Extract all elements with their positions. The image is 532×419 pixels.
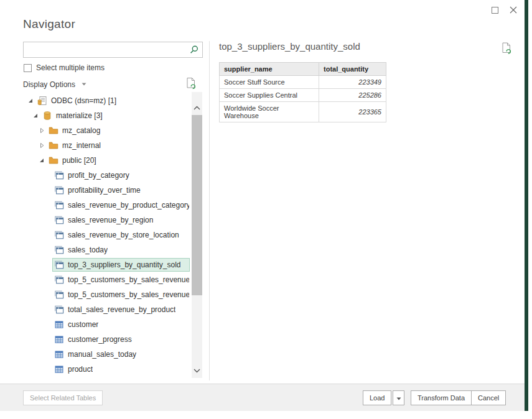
- display-options-label: Display Options: [23, 80, 75, 89]
- tree-item-label: profitability_over_time: [68, 186, 141, 195]
- cancel-button[interactable]: Cancel: [471, 390, 506, 405]
- tree-item-body[interactable]: materialize [3]: [40, 109, 190, 122]
- close-icon[interactable]: [509, 6, 518, 14]
- table-cell: Worldwide Soccer Warehouse: [220, 102, 319, 122]
- tree-item-label: sales_revenue_by_store_location: [68, 231, 179, 239]
- table-cell: Soccer Stuff Source: [220, 76, 319, 89]
- table-cell: 223365: [319, 102, 386, 122]
- table-row: Worldwide Soccer Warehouse223365: [220, 102, 386, 122]
- tree-item[interactable]: manual_sales_today: [23, 347, 190, 362]
- collapse-arrow-icon[interactable]: [26, 98, 35, 103]
- tree-item-body[interactable]: mz_internal: [47, 139, 190, 152]
- tree-item-body[interactable]: top_3_suppliers_by_quantity_sold: [52, 258, 190, 272]
- search-icon[interactable]: [189, 45, 199, 55]
- tree-item[interactable]: total_sales_revenue_by_product: [23, 302, 190, 317]
- database-icon: [42, 111, 52, 121]
- refresh-preview-icon[interactable]: [502, 42, 512, 55]
- table-icon: [54, 334, 64, 344]
- scrollbar-thumb[interactable]: [192, 115, 202, 295]
- tree-item[interactable]: sales_revenue_by_region: [23, 213, 190, 228]
- chevron-down-icon: [82, 79, 86, 88]
- view-icon: [54, 230, 64, 240]
- tree-item[interactable]: product: [23, 362, 190, 377]
- tree-item-body[interactable]: sales_revenue_by_region: [52, 213, 190, 227]
- maximize-icon[interactable]: [492, 7, 498, 14]
- transform-data-button[interactable]: Transform Data: [411, 390, 472, 405]
- expand-arrow-icon[interactable]: [37, 127, 47, 134]
- view-icon: [54, 290, 64, 300]
- folder-icon: [49, 140, 58, 150]
- dialog-footer: Select Related Tables Load Transform Dat…: [0, 384, 525, 411]
- column-header: total_quantity: [319, 63, 386, 76]
- scroll-up-icon[interactable]: [194, 102, 200, 107]
- select-related-tables-button[interactable]: Select Related Tables: [23, 390, 103, 405]
- view-icon: [54, 185, 64, 195]
- tree-item[interactable]: sales_revenue_by_store_location: [23, 228, 190, 242]
- tree-item-body[interactable]: sales_revenue_by_product_category: [52, 198, 190, 212]
- refresh-tree-icon[interactable]: [186, 77, 197, 90]
- tree-item-body[interactable]: total_sales_revenue_by_product: [52, 303, 190, 316]
- tree-item-label: mz_internal: [62, 141, 101, 150]
- tree-item[interactable]: profit_by_category: [23, 168, 190, 183]
- tree-item-body[interactable]: top_5_customers_by_sales_revenue_tim...: [52, 288, 190, 302]
- collapse-arrow-icon[interactable]: [37, 158, 47, 163]
- view-icon: [54, 170, 64, 180]
- tree-item[interactable]: profitability_over_time: [23, 183, 190, 198]
- display-options-dropdown[interactable]: Display Options: [23, 79, 86, 89]
- tree-item-body[interactable]: customer: [52, 318, 190, 331]
- tree-item[interactable]: sales_revenue_by_product_category: [23, 198, 190, 213]
- tree-item[interactable]: customer_progress: [23, 332, 190, 347]
- tree-item-body[interactable]: sales_revenue_by_store_location: [52, 228, 190, 242]
- view-icon: [54, 245, 64, 255]
- table-icon: [54, 364, 64, 374]
- tree-item-label: top_5_customers_by_sales_revenue: [68, 275, 189, 284]
- checkbox-icon[interactable]: [24, 64, 32, 72]
- collapse-arrow-icon[interactable]: [30, 113, 40, 118]
- tree-item-label: customer: [68, 320, 98, 329]
- preview-title: top_3_suppliers_by_quantity_sold: [219, 41, 360, 52]
- tree-item-body[interactable]: mz_catalog: [47, 124, 190, 137]
- tree-item[interactable]: top_3_suppliers_by_quantity_sold: [23, 257, 190, 272]
- table-row: Soccer Stuff Source223349: [220, 76, 386, 89]
- tree-item-label: total_sales_revenue_by_product: [68, 305, 175, 314]
- tree-item[interactable]: ODBC (dsn=mz) [1]: [23, 93, 190, 108]
- expand-arrow-icon[interactable]: [37, 142, 47, 149]
- tree-item-body[interactable]: profit_by_category: [52, 168, 190, 182]
- table-icon: [54, 320, 64, 329]
- tree-item-body[interactable]: product: [52, 362, 190, 376]
- table-icon: [54, 349, 64, 359]
- tree-item[interactable]: materialize [3]: [23, 108, 190, 123]
- tree-item[interactable]: top_5_customers_by_sales_revenue: [23, 272, 190, 287]
- tree-scrollbar[interactable]: [192, 92, 202, 378]
- tree-item-body[interactable]: sales_today: [52, 243, 190, 257]
- tree-item[interactable]: sales_today: [23, 242, 190, 257]
- table-cell: 225286: [319, 89, 386, 102]
- tree-item-label: sales_revenue_by_region: [68, 216, 153, 224]
- tree-item[interactable]: customer: [23, 317, 190, 332]
- tree-item[interactable]: mz_internal: [23, 138, 190, 153]
- scroll-down-icon[interactable]: [194, 364, 200, 369]
- tree-item-body[interactable]: customer_progress: [52, 333, 190, 346]
- tree-item[interactable]: public [20]: [23, 153, 190, 168]
- load-button[interactable]: Load: [363, 390, 391, 405]
- tree-item[interactable]: mz_catalog: [23, 123, 190, 138]
- tree-item-body[interactable]: manual_sales_today: [52, 348, 190, 361]
- tree-item-body[interactable]: public [20]: [47, 154, 190, 167]
- tree-item-label: profit_by_category: [68, 171, 129, 180]
- tree-item-label: manual_sales_today: [68, 350, 136, 359]
- tree-item-body[interactable]: profitability_over_time: [52, 183, 190, 197]
- tree-item-label: customer_progress: [68, 335, 132, 344]
- select-multiple-label: Select multiple items: [36, 63, 105, 72]
- tree-item-body[interactable]: top_5_customers_by_sales_revenue: [52, 273, 190, 287]
- tree-item-label: top_3_suppliers_by_quantity_sold: [68, 260, 180, 269]
- tree-item-label: ODBC (dsn=mz) [1]: [51, 96, 116, 105]
- search-input[interactable]: [24, 42, 185, 57]
- select-multiple-items[interactable]: Select multiple items: [24, 63, 105, 72]
- preview-table-header-row: supplier_nametotal_quantity: [220, 63, 386, 76]
- tree-item-label: sales_today: [68, 246, 108, 254]
- load-dropdown-button[interactable]: [393, 390, 404, 405]
- view-icon: [54, 200, 64, 210]
- tree-item[interactable]: top_5_customers_by_sales_revenue_tim...: [23, 287, 190, 302]
- tree-item-body[interactable]: ODBC (dsn=mz) [1]: [35, 94, 190, 108]
- view-icon: [54, 305, 64, 315]
